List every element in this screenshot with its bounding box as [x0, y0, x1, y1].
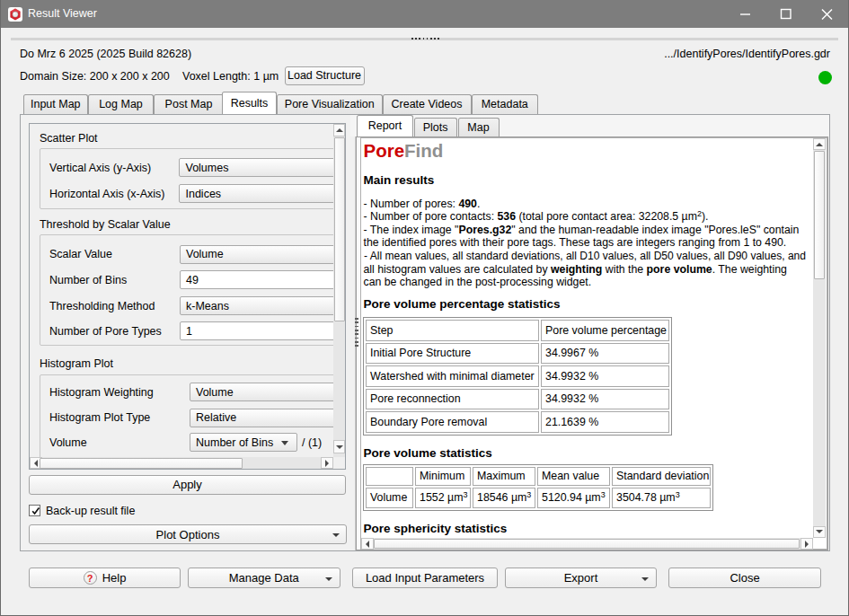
scroll-up-button[interactable] [813, 138, 826, 150]
table-cell: Pore reconnection [366, 389, 539, 410]
report-line: all histogram values are calculated by w… [364, 263, 787, 276]
help-icon: ? [84, 571, 97, 585]
report-horizontal-scrollbar[interactable] [361, 538, 813, 550]
scrollbar-thumb[interactable] [334, 137, 345, 321]
backup-checkbox[interactable] [29, 505, 40, 516]
group-title-histogram-plot: Histogram Plot [40, 357, 113, 370]
tab-results[interactable]: Results [222, 92, 277, 115]
tab-log-map[interactable]: Log Map [88, 94, 154, 114]
histogram-weighting-combobox[interactable]: Volume [190, 383, 334, 401]
table-cell: Initial Pore Structure [366, 343, 539, 365]
horizontal-axis-combobox[interactable]: Indices [179, 184, 333, 203]
scrollbar-thumb[interactable] [40, 458, 243, 469]
backup-checkbox-label: Back-up result file [46, 505, 135, 517]
input-value: 49 [186, 274, 199, 286]
left-horizontal-scrollbar[interactable] [30, 457, 333, 469]
combo-value: Indices [185, 188, 221, 200]
apply-button[interactable]: Apply [29, 475, 346, 495]
menu-dropdown-arrow-icon [325, 577, 332, 581]
load-input-parameters-button[interactable]: Load Input Parameters [352, 568, 498, 588]
report-line: - Number of pores: 490. [364, 198, 481, 210]
tab-report[interactable]: Report [357, 115, 412, 136]
help-button[interactable]: ? Help [29, 568, 181, 588]
vertical-axis-combobox[interactable]: Volumes [179, 158, 333, 177]
scroll-down-button[interactable] [333, 440, 345, 453]
splitter-grip-dots-icon [411, 38, 439, 40]
table-row: Initial Pore Structure34.9967 % [366, 343, 669, 365]
field-label: Volume [49, 436, 87, 449]
menu-dropdown-arrow-icon [332, 533, 340, 537]
left-vertical-scrollbar[interactable] [333, 124, 345, 457]
report-line: - All mean values, all standard deviatio… [364, 250, 806, 262]
export-button[interactable]: Export [505, 568, 657, 588]
arrow-down-icon [816, 530, 823, 533]
scalar-value-combobox[interactable]: Volume [180, 245, 334, 264]
tab-metadata[interactable]: Metadata [472, 94, 539, 114]
parameter-scroll-area: Scatter Plot Vertical Axis (y-Axis) Volu… [29, 123, 345, 470]
field-label: Scalar Value [49, 248, 112, 260]
scroll-right-button[interactable] [321, 457, 333, 469]
table-cell: 18546 µm3 [473, 488, 535, 509]
tab-plots[interactable]: Plots [414, 118, 457, 136]
top-splitter-handle[interactable] [11, 38, 838, 41]
field-label: Horizontal Axis (x-Axis) [49, 188, 165, 200]
arrow-up-icon [336, 128, 343, 132]
maximize-button[interactable] [765, 0, 806, 28]
table-cell: Mean value [537, 467, 610, 486]
table-row: Volume1552 µm318546 µm35120.94 µm33504.7… [366, 488, 711, 509]
pore-volume-statistics-table: MinimumMaximumMean valueStandard deviati… [363, 464, 713, 511]
thresholding-method-combobox[interactable]: k-Means [180, 296, 334, 315]
table-row: Boundary Pore removal21.1639 % [366, 411, 669, 433]
scroll-left-button[interactable] [361, 538, 374, 550]
histogram-plot-type-combobox[interactable]: Relative [190, 409, 334, 427]
scrollbar-thumb[interactable] [814, 151, 825, 279]
volume-histogram-combobox[interactable]: Number of Bins [190, 433, 297, 452]
tab-input-map[interactable]: Input Map [23, 94, 89, 114]
field-label: Vertical Axis (y-Axis) [49, 162, 151, 174]
report-text-frame: PoreFindMain results- Number of pores: 4… [360, 137, 827, 550]
combo-value: Relative [196, 411, 236, 424]
combo-value: Volume [196, 386, 234, 399]
plot-options-label: Plot Options [156, 528, 220, 541]
arrow-down-icon [336, 445, 343, 449]
report-vertical-scrollbar[interactable] [813, 138, 826, 538]
combo-value: Volumes [185, 162, 228, 174]
tab-pore-visualization[interactable]: Pore Visualization [277, 94, 383, 114]
minimize-button[interactable] [725, 0, 765, 28]
field-label: Histogram Plot Type [49, 411, 150, 424]
scroll-up-button[interactable] [333, 124, 345, 136]
porefind-logo-text: PoreFind [364, 140, 444, 162]
tab-create-videos[interactable]: Create Videos [383, 94, 472, 114]
status-indicator-dot [818, 71, 832, 84]
number-of-bins-input[interactable]: 49 [180, 270, 334, 289]
results-tab-pane: Scatter Plot Vertical Axis (y-Axis) Volu… [20, 114, 830, 551]
load-structure-button[interactable]: Load Structure [285, 66, 365, 85]
vertical-splitter-handle[interactable] [355, 318, 359, 348]
tab-map[interactable]: Map [458, 118, 500, 136]
input-value: 1 [186, 325, 192, 338]
report-line: the identified pores with their pore tag… [364, 236, 787, 249]
pore-volume-statistics-heading: Pore volume statistics [364, 446, 492, 460]
tab-post-map[interactable]: Post Map [154, 94, 224, 114]
manage-data-button[interactable]: Manage Data [188, 568, 341, 588]
table-cell: Standard deviation [612, 467, 711, 486]
pore-volume-percentage-heading: Pore volume percentage statistics [364, 297, 561, 311]
plot-options-button[interactable]: Plot Options [29, 524, 347, 544]
histogram-count-suffix: / (1) [302, 436, 322, 449]
scroll-down-button[interactable] [813, 526, 826, 538]
checkmark-icon [31, 506, 41, 516]
scroll-right-button[interactable] [800, 538, 813, 550]
title-bar[interactable]: Result Viewer [0, 0, 849, 28]
report-line: - Number of pore contacts: 536 (total po… [364, 210, 709, 223]
close-button[interactable] [807, 0, 847, 28]
table-cell: 5120.94 µm3 [537, 488, 610, 509]
close-dialog-button[interactable]: Close [668, 568, 821, 588]
arrow-right-icon [805, 541, 809, 548]
table-row: MinimumMaximumMean valueStandard deviati… [366, 467, 711, 486]
combo-dropdown-arrow-icon [281, 441, 288, 445]
scrollbar-thumb[interactable] [374, 539, 800, 550]
table-cell: Minimum [415, 467, 471, 486]
combo-value: k-Means [186, 300, 229, 312]
number-of-pore-types-input[interactable]: 1 [180, 321, 334, 340]
export-label: Export [564, 571, 598, 585]
